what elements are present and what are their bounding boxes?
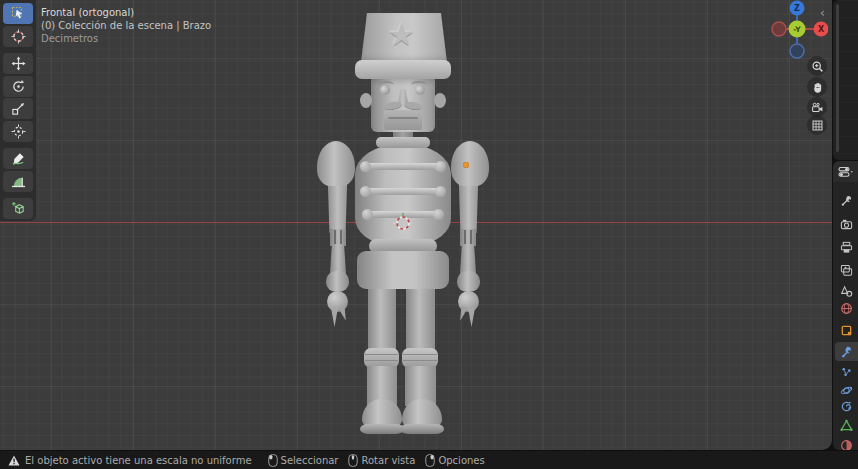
properties-tab-data[interactable] [835, 416, 858, 435]
zoom-icon [811, 60, 824, 73]
render-icon [840, 218, 853, 231]
warning-icon [8, 455, 20, 466]
thigh-left [368, 286, 396, 350]
knee-cuff-right [402, 348, 438, 368]
tool-button-transform[interactable] [3, 121, 33, 142]
properties-tab-constraints[interactable] [835, 397, 858, 416]
viewport-overlay-info: Frontal (ortogonal) (0) Colección de la … [41, 6, 211, 45]
transform-icon [11, 124, 26, 139]
constraints-icon [840, 400, 853, 413]
tool-button-measure[interactable] [3, 171, 33, 192]
axis-neg-z-ball [790, 44, 804, 58]
hat-star: ★ [388, 20, 415, 50]
grid-ortho-icon [811, 119, 824, 132]
outliner-collapsed[interactable] [833, 0, 858, 160]
nav-button-zoom[interactable] [807, 56, 827, 76]
eye-right [415, 85, 425, 95]
boot-flange-left [360, 424, 404, 434]
object-icon [840, 324, 853, 337]
material-icon [840, 439, 853, 450]
mouse-right-icon [425, 454, 435, 467]
rod-ball-1r [435, 161, 446, 172]
rod-ball-3r [433, 209, 444, 220]
nav-button-grid-ortho[interactable] [807, 115, 827, 135]
ear-left [360, 93, 372, 108]
mouse-left-icon [268, 454, 278, 467]
properties-tab-output[interactable] [835, 238, 858, 257]
tool-button-cursor[interactable] [3, 26, 33, 47]
physics-icon [840, 384, 853, 397]
hint-label: Rotar vista [361, 455, 415, 466]
properties-tab-material[interactable] [835, 436, 858, 450]
knee-cuff-left [364, 348, 399, 368]
properties-tab-particles[interactable] [835, 363, 858, 382]
view-layer-icon [840, 264, 853, 277]
nav-button-pan-hand[interactable] [807, 77, 827, 97]
tool-button-move[interactable] [3, 53, 33, 74]
thumb-left [338, 305, 349, 321]
editor-type-button[interactable] [833, 161, 858, 182]
move-icon [11, 56, 26, 71]
boot-flange-right [400, 424, 444, 434]
tool-button-annotate[interactable] [3, 148, 33, 169]
properties-tab-render[interactable] [835, 215, 858, 234]
thumb-right [457, 305, 468, 321]
warning-text: El objeto activo tiene una escala no uni… [25, 455, 252, 466]
collection-breadcrumb: (0) Colección de la escena | Brazo [41, 19, 211, 32]
output-icon [840, 241, 853, 254]
pan-hand-icon [811, 81, 824, 94]
axis-neg-x-ball [772, 22, 786, 36]
tool-button-select-box[interactable] [3, 3, 33, 24]
modifiers-icon [840, 345, 853, 358]
wrist-cuff-right [457, 271, 480, 292]
sidebar-toggle-chevron[interactable]: ‹ [820, 6, 825, 20]
properties-tab-view-layer[interactable] [835, 261, 858, 280]
status-bar: El objeto activo tiene una escala no uni… [0, 451, 858, 469]
tool-icon [840, 194, 853, 207]
properties-tab-modifiers[interactable] [835, 342, 858, 361]
rod-ball-2l [360, 186, 371, 197]
object-origin-dot[interactable] [463, 162, 469, 168]
eye-left [380, 85, 390, 95]
measure-icon [11, 174, 26, 189]
mouse-hints: SeleccionarRotar vistaOpciones [258, 454, 485, 467]
data-icon [840, 419, 853, 432]
rod-ball-2r [435, 186, 446, 197]
hint-left-mouse: Seleccionar [268, 454, 339, 467]
toolbar [0, 0, 36, 221]
upper-arm-left [326, 183, 349, 233]
camera-view-icon [811, 101, 824, 114]
properties-tab-tool[interactable] [835, 191, 858, 210]
view-name: Frontal (ortogonal) [41, 6, 211, 19]
tool-button-rotate[interactable] [3, 76, 33, 97]
chest-rod-2 [366, 188, 440, 195]
hat-brim [355, 60, 451, 79]
particles-icon [840, 366, 853, 379]
scene-icon [840, 285, 853, 298]
properties-tab-world[interactable] [835, 299, 858, 318]
forearm-left [330, 244, 346, 274]
outliner-scrollbar[interactable] [836, 4, 839, 152]
nav-button-camera-view[interactable] [807, 97, 827, 117]
chest-rod-1 [366, 163, 440, 170]
properties-tab-object[interactable] [835, 321, 858, 340]
hint-middle-mouse: Rotar vista [348, 454, 415, 467]
shoulder-right [451, 141, 489, 186]
rod-ball-1l [360, 161, 371, 172]
cursor-icon [11, 29, 26, 44]
add-cube-icon [11, 201, 26, 216]
select-box-icon [11, 6, 26, 21]
rotate-icon [11, 79, 26, 94]
tool-button-add-cube[interactable] [3, 198, 33, 219]
navigation-axis-gizmo[interactable]: Z X -Y [768, 0, 828, 60]
nutcracker-model[interactable]: ★ [0, 0, 832, 450]
hint-right-mouse: Opciones [425, 454, 484, 467]
viewport-3d[interactable]: ★ Frontal (ortogonal) (0) Colección de l… [0, 0, 832, 450]
3d-cursor[interactable] [393, 213, 413, 233]
svg-text:-Y: -Y [793, 25, 801, 34]
annotate-icon [11, 151, 26, 166]
tool-button-scale[interactable] [3, 98, 33, 119]
finger-right [468, 308, 475, 327]
hip-box [357, 251, 449, 289]
ear-right [434, 93, 446, 108]
